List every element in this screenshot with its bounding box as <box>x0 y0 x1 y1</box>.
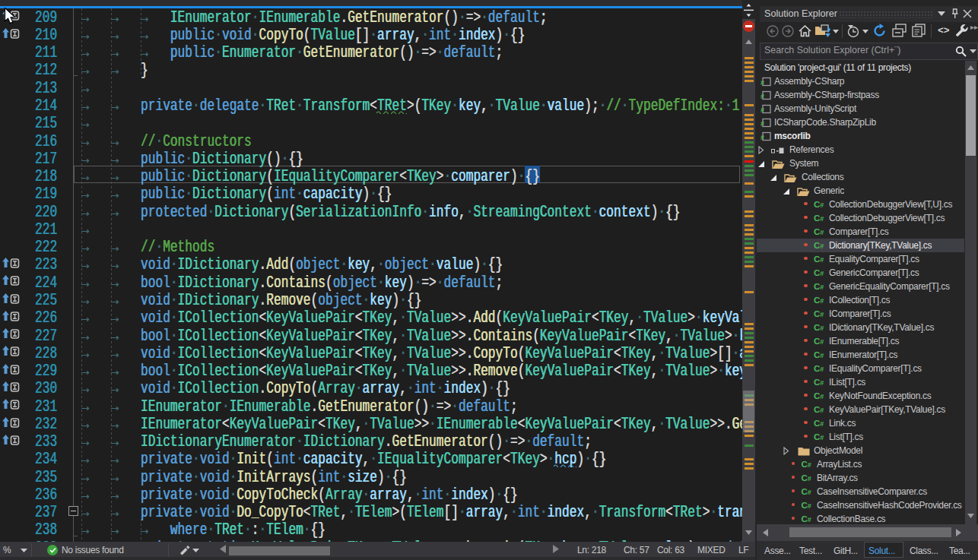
svg-text:#: # <box>760 79 764 87</box>
svg-text:#: # <box>760 120 764 128</box>
svg-text:#: # <box>760 106 764 114</box>
svg-text:#: # <box>760 134 764 141</box>
svg-text:#: # <box>760 93 764 100</box>
